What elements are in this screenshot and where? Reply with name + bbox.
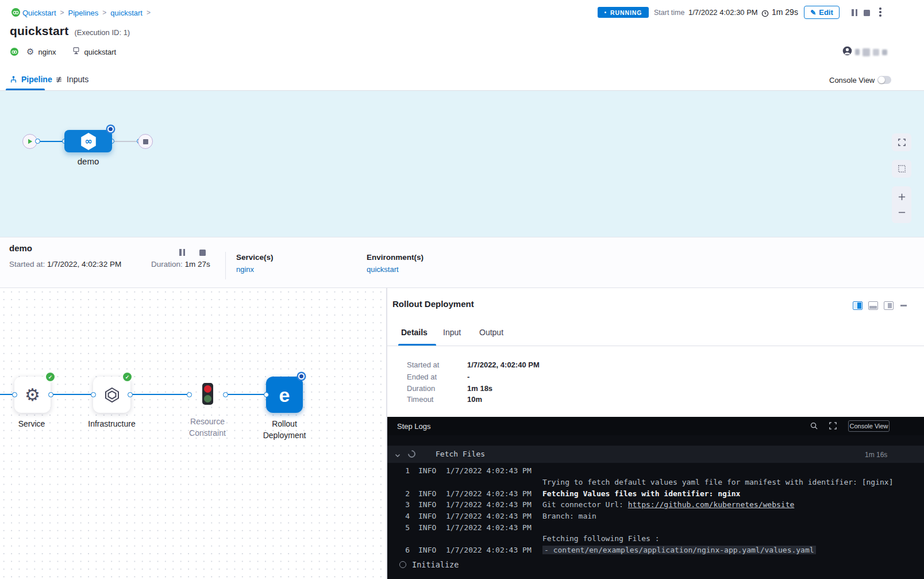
edge	[51, 394, 93, 395]
edit-button[interactable]: ✎ Edit	[804, 6, 840, 19]
svg-text:∞: ∞	[84, 136, 92, 147]
harness-logo-icon	[11, 8, 20, 17]
start-time-label: Start time	[654, 9, 685, 17]
environments-label: Environment(s)	[367, 253, 424, 262]
canvas-fullscreen-button[interactable]	[892, 133, 911, 151]
tab-input[interactable]: Input	[443, 328, 461, 337]
log-line: 1INFO1/7/2022 4:02:43 PM	[387, 466, 924, 478]
pipeline-icon	[10, 75, 17, 83]
avatar[interactable]	[842, 46, 852, 58]
pending-circle-icon	[399, 561, 406, 568]
layout-bottom-view-button[interactable]	[868, 301, 878, 310]
step-logs-header: Step Logs Console View	[387, 417, 924, 435]
panel-title: Rollout Deployment	[392, 299, 474, 309]
gear-icon: ⚙	[25, 386, 40, 404]
harness-module-icon	[10, 48, 18, 56]
zoom-in-button[interactable]	[898, 193, 906, 201]
connector-dot	[48, 392, 53, 397]
duration-label: Duration:	[151, 260, 185, 269]
log-line: Trying to fetch default values yaml file…	[387, 478, 924, 489]
divider	[225, 252, 226, 279]
edge-demo-end	[111, 141, 139, 142]
connector-dot	[12, 392, 17, 397]
step-details-panel: Rollout Deployment Details Input Output …	[387, 288, 924, 579]
log-section-fetch-files[interactable]: Fetch Files 1m 16s	[387, 446, 924, 463]
console-view-button[interactable]: Console View	[848, 420, 890, 432]
log-link[interactable]: https://github.com/kubernetes/website	[628, 500, 795, 509]
connector-dot	[128, 392, 133, 397]
step-logs-title: Step Logs	[397, 422, 431, 431]
layout-minimized-view-button[interactable]	[884, 301, 894, 310]
success-badge: ✓	[123, 373, 132, 381]
stage-node-demo[interactable]: ∞	[64, 130, 112, 152]
service-gear-icon: ⚙	[26, 47, 34, 57]
log-section-name: Fetch Files	[436, 450, 485, 458]
redacted-chip	[855, 49, 860, 55]
step-node-resource-constraint[interactable]	[202, 383, 213, 405]
log-line: 6INFO1/7/2022 4:02:43 PM- content/en/exa…	[387, 546, 924, 557]
step-node-rollout-deployment[interactable]: e	[266, 377, 303, 413]
step-node-service[interactable]: ⚙	[14, 377, 51, 413]
environment-link[interactable]: quickstart	[367, 265, 399, 274]
redacted-chip	[882, 49, 887, 55]
step-node-infrastructure[interactable]	[93, 377, 130, 413]
running-badge	[298, 373, 305, 379]
log-section-duration: 1m 16s	[865, 451, 887, 459]
stage-stop-button[interactable]	[199, 250, 206, 256]
pause-execution-button[interactable]	[852, 9, 857, 16]
redacted-chip	[863, 48, 870, 56]
tab-output[interactable]: Output	[479, 328, 503, 337]
elapsed-time: 1m 29s	[772, 7, 798, 17]
canvas-zoom-controls	[892, 186, 911, 223]
tab-pipeline[interactable]: Pipeline	[10, 75, 52, 84]
environment-chip[interactable]: quickstart	[84, 48, 117, 56]
duration-value: 1m 27s	[185, 260, 210, 269]
console-view-toggle[interactable]	[877, 76, 891, 84]
service-link[interactable]: nginx	[236, 265, 254, 274]
inputs-icon	[55, 76, 63, 83]
connector-dot	[91, 392, 96, 397]
page-title-row: quickstart (Execution ID: 1)	[10, 24, 130, 38]
step-label: Infrastructure	[76, 418, 148, 430]
connector-dot	[35, 139, 40, 144]
success-badge: ✓	[46, 373, 55, 381]
log-section-name: Initialize	[412, 560, 459, 569]
log-line: Fetching following Files :	[387, 534, 924, 546]
step-logs-console: Fetch Files 1m 16s 1INFO1/7/2022 4:02:43…	[387, 435, 924, 579]
step-label: Resource Constraint	[179, 416, 236, 439]
spinner-icon	[406, 448, 417, 459]
live-dot	[605, 11, 606, 13]
step-label: Service	[9, 418, 55, 430]
tab-inputs[interactable]: Inputs	[55, 75, 88, 84]
clock-icon	[761, 9, 769, 20]
edge	[130, 394, 189, 395]
pipeline-stage-canvas: ∞ demo	[0, 91, 924, 237]
pipeline-end-node[interactable]	[138, 134, 153, 149]
stop-execution-button[interactable]	[864, 10, 870, 16]
breadcrumb-separator: >	[102, 9, 106, 17]
redacted-chip	[873, 49, 879, 56]
log-section-initialize[interactable]: Initialize	[387, 558, 924, 575]
page-title: quickstart	[10, 24, 68, 38]
tab-details[interactable]: Details	[401, 328, 428, 337]
breadcrumb-item[interactable]: quickstart	[110, 9, 143, 17]
connector-dot	[187, 392, 192, 397]
active-tab-underline	[6, 89, 45, 90]
canvas-select-button[interactable]	[892, 160, 911, 178]
layout-right-view-button[interactable]	[853, 301, 863, 310]
tabs-divider	[387, 346, 924, 346]
service-chip[interactable]: nginx	[38, 48, 56, 56]
breadcrumb-item[interactable]: Pipelines	[68, 9, 99, 17]
logs-fullscreen-icon[interactable]	[829, 421, 837, 432]
zoom-out-button[interactable]	[898, 208, 906, 217]
search-icon[interactable]	[810, 421, 818, 432]
breadcrumb-item[interactable]: Quickstart	[22, 9, 56, 17]
connector-dot	[264, 392, 269, 397]
minimize-panel-button[interactable]	[900, 305, 907, 306]
step-label: Rollout Deployment	[253, 418, 316, 441]
more-options-button[interactable]	[879, 7, 881, 17]
stage-node-label: demo	[64, 156, 112, 166]
status-badge: RUNNING	[598, 7, 649, 18]
stage-pause-button[interactable]	[179, 249, 185, 256]
started-at-value: 1/7/2022, 4:02:32 PM	[47, 260, 121, 269]
